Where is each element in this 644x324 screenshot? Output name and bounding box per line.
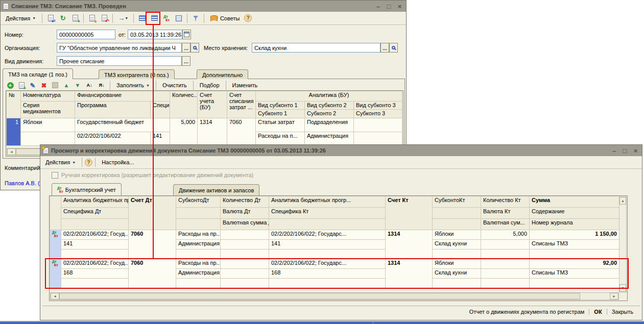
movement-type-input[interactable]: Прочее списание (57, 56, 182, 66)
tips-button[interactable]: ?Советы (207, 13, 243, 23)
post-document-icon[interactable]: ● (86, 13, 98, 24)
dtkt-postings-icon[interactable]: ДтКт (161, 13, 172, 24)
help-icon[interactable]: ? (244, 14, 252, 22)
settings-button[interactable]: Настройка... (98, 157, 137, 167)
close-button[interactable]: Закрыть (607, 307, 638, 316)
cell-empty[interactable] (433, 250, 481, 259)
journal-icon[interactable] (173, 13, 184, 24)
movements-dialog-titlebar[interactable]: Просмотр и корректировка движений докуме… (40, 145, 642, 156)
cell-content[interactable]: Списаны ТМЗ (530, 240, 619, 250)
copy-add-icon[interactable]: + (69, 13, 81, 24)
postings-grid-hscrollbar[interactable]: ◄ ► (50, 292, 619, 300)
change-button[interactable]: Изменить (229, 80, 261, 90)
date-input[interactable]: 03.05.2013 11:39:26 (128, 30, 182, 39)
tab-assets-movement[interactable]: Движение активов и запасов (173, 184, 259, 195)
cell-subconto-kt-2[interactable]: Склад кухни (433, 240, 481, 250)
refresh-icon[interactable]: ↻ (57, 13, 68, 24)
close-icon[interactable]: × (632, 147, 639, 155)
cell-subconto-kt[interactable]: Яблоки (433, 230, 481, 240)
calendar-button[interactable] (182, 30, 191, 39)
maximize-icon[interactable]: □ (621, 147, 629, 155)
author-link[interactable]: Павлов А.В. (А (5, 180, 43, 186)
cell-subconto-3[interactable] (354, 132, 402, 146)
cell-subconto-dt-2[interactable]: Администрация (176, 240, 221, 250)
cell-cost-account[interactable]: 7060 (227, 118, 256, 146)
document-window-titlebar[interactable]: Списание ТМЗ: Списание ТМЗ. Проведен – □… (1, 1, 406, 12)
row-number-cell[interactable]: 1 (7, 118, 21, 146)
cell-empty[interactable] (221, 250, 269, 259)
end-edit-icon[interactable] (50, 80, 60, 91)
sort-desc-icon[interactable]: Я↓ (96, 80, 107, 91)
cell-quantity[interactable]: 5,000 (170, 118, 198, 146)
add-row-icon[interactable]: + (5, 80, 15, 91)
cell-financing[interactable]: Государственный бюджет (75, 118, 170, 132)
organization-input[interactable]: ГУ "Областное управление по ликвидации Ч (57, 43, 182, 53)
edit-row-icon[interactable]: ✎ (28, 80, 38, 91)
write-icon[interactable]: ↵ (45, 13, 56, 24)
cell-subconto-1[interactable]: Расходы на п... (256, 132, 305, 146)
storage-select-button[interactable]: ... (380, 43, 389, 53)
cell-schet-kt[interactable]: 1314 (386, 230, 433, 259)
cell-qty-dt[interactable] (221, 230, 269, 240)
manual-correction-checkbox[interactable] (52, 172, 58, 179)
close-icon[interactable]: × (396, 3, 403, 10)
cell-account[interactable]: 1314 (198, 118, 227, 146)
clear-button[interactable]: Очистить (159, 80, 190, 90)
table-row: 1 Яблоки Государственный бюджет 5,000 13… (7, 118, 402, 132)
unpost-document-icon[interactable]: ↶ (99, 13, 110, 24)
move-down-icon[interactable]: ▼ (73, 80, 83, 91)
organization-select-button[interactable]: ... (182, 43, 190, 53)
cell-empty[interactable] (530, 250, 619, 259)
cell-subconto-dt[interactable]: Расходы на пр... (176, 230, 221, 240)
filter-icon[interactable] (190, 13, 201, 24)
header-cell: Счет списания затрат ... (227, 91, 256, 118)
cell-currency-dt[interactable] (221, 240, 269, 250)
cell-subconto-2[interactable]: Администрация (305, 132, 354, 146)
cell-empty[interactable] (61, 250, 129, 259)
cell-empty[interactable] (481, 250, 530, 259)
cell-currency-kt[interactable] (481, 240, 530, 250)
maximize-icon[interactable]: □ (385, 3, 393, 10)
cell-qty-kt[interactable]: 5,000 (481, 230, 530, 240)
cell-empty[interactable] (176, 250, 221, 259)
tab-accounting[interactable]: ДтКт Бухгалтерский учет (52, 183, 122, 195)
minimize-icon[interactable]: – (374, 3, 382, 10)
tab-tmz-warehouse[interactable]: ТМЗ на складе (1 поз.) (3, 68, 73, 79)
cell-spec-dt[interactable]: 141 (61, 240, 129, 250)
actions-button[interactable]: Действия▼ (2, 13, 39, 23)
help-icon[interactable]: ? (85, 159, 92, 166)
fill-button[interactable]: Заполнить▼ (113, 80, 153, 90)
delete-row-icon[interactable]: ✖ (39, 80, 49, 91)
organization-search-button[interactable] (190, 43, 199, 53)
actions-button[interactable]: Действия▼ (42, 157, 79, 167)
move-up-icon[interactable]: ▲ (61, 80, 71, 91)
cell-nomenclature[interactable]: Яблоки (21, 118, 75, 132)
movement-type-select-button[interactable]: ... (182, 56, 190, 66)
minimize-icon[interactable]: – (610, 147, 618, 155)
pick-button[interactable]: Подбор (196, 80, 223, 90)
cell-analytics-dt[interactable]: 02/2/202/106/022; Госуд... (61, 230, 129, 240)
cell-series[interactable] (21, 132, 75, 146)
cell-program[interactable]: 02/2/202/106/022 (75, 132, 151, 146)
registers-report-button[interactable]: Отчет о движениях документа по регистрам (465, 307, 589, 316)
number-input[interactable]: 00000000005 (57, 30, 115, 39)
cell-subconto-type-2[interactable]: Подразделения (305, 118, 354, 132)
posting-marker-cell[interactable]: ДтКт (50, 230, 61, 259)
magnifier-icon (392, 46, 395, 49)
cell-sum[interactable]: 1 150,00 (530, 230, 619, 240)
storage-search-button[interactable] (389, 43, 398, 53)
document-icon (3, 3, 9, 10)
cell-subconto-type-3[interactable] (354, 118, 402, 132)
goto-icon[interactable]: →▼ (115, 13, 131, 24)
sort-asc-icon[interactable]: А↓ (84, 80, 95, 91)
cell-subconto-type-1[interactable]: Статьи затрат (256, 118, 305, 132)
ok-button[interactable]: ОК (589, 307, 606, 316)
cell-spec-kt[interactable]: 141 (269, 240, 386, 250)
cell-empty[interactable] (269, 250, 386, 259)
copy-row-icon[interactable]: + (16, 80, 27, 91)
cell-schet-dt[interactable]: 7060 (129, 230, 176, 259)
tab-tmz-counterparty[interactable]: ТМЗ контрагента (0 поз.) (99, 69, 175, 79)
tab-additional[interactable]: Дополнительно (197, 69, 248, 79)
cell-analytics-kt[interactable]: 02/2/202/106/022; Государс... (269, 230, 386, 240)
storage-input[interactable]: Склад кухни (252, 43, 380, 53)
